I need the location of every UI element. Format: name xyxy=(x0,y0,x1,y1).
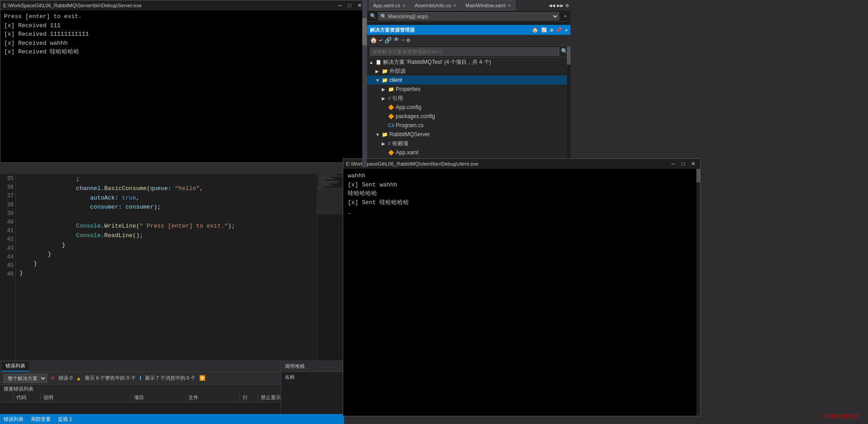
tree-row-7[interactable]: C# Program.cs xyxy=(367,121,571,130)
code-line-38: consumer: consumer); xyxy=(19,203,313,212)
tree-label-10: App.xaml xyxy=(396,149,418,156)
vertical-divider-scrollbar[interactable] xyxy=(362,0,367,167)
tree-row-1[interactable]: ▶ 📁 外部源 xyxy=(367,67,571,76)
se-tb-nav[interactable]: → xyxy=(401,37,405,43)
tree-row-9[interactable]: ▶ # 依赖项 xyxy=(367,139,571,148)
error-scope-select[interactable]: 整个解决方案 xyxy=(4,374,47,383)
code-line-39 xyxy=(19,212,313,222)
se-tb-refresh[interactable]: ↩ xyxy=(379,37,383,44)
tree-icon-10: 🔶 xyxy=(388,150,394,156)
client-line-1: wahhh xyxy=(348,172,695,181)
line-num-36: 36 xyxy=(2,183,14,192)
se-tb-config[interactable]: ⚙ xyxy=(407,37,410,44)
code-line-46 xyxy=(19,278,313,288)
code-line-42: } xyxy=(19,241,313,250)
se-search-input[interactable] xyxy=(370,48,559,56)
filter-icon[interactable]: 🔽 xyxy=(199,375,206,381)
client-console-scrollbar[interactable] xyxy=(696,169,700,416)
client-maximize-button[interactable]: □ xyxy=(679,161,687,167)
error-count: 错误 0 xyxy=(58,375,72,381)
code-line-37: autoAck: true, xyxy=(19,194,313,203)
client-minimize-button[interactable]: ─ xyxy=(669,161,677,167)
se-tb-preview[interactable]: 👁 xyxy=(393,37,399,43)
tree-label-3: Properties xyxy=(396,86,421,92)
se-tb-home[interactable]: 🏠 xyxy=(370,37,377,44)
tree-row-6[interactable]: 🔶 packages.config xyxy=(367,112,571,121)
tree-row-4[interactable]: ▶ # 引用 xyxy=(367,94,571,103)
server-console-buttons: ─ □ ✕ xyxy=(336,2,364,9)
tree-row-10[interactable]: 🔶 App.xaml xyxy=(367,148,571,157)
line-num-37: 37 xyxy=(2,192,14,200)
vs-tab-assemblyinfo[interactable]: AssemblyInfo.cs ✕ xyxy=(411,0,460,10)
callstack-name-label: 名称 xyxy=(281,372,344,382)
nav-class-select[interactable]: 🔍 Main(string[] args) xyxy=(378,12,559,20)
tree-label-4: 引用 xyxy=(392,95,403,102)
client-close-button[interactable]: ✕ xyxy=(689,161,697,167)
statusbar-locals[interactable]: 局部变量 xyxy=(31,416,51,423)
tree-row-2[interactable]: ▼ 📁 client xyxy=(367,76,571,85)
se-icon-pin[interactable]: 📌 xyxy=(556,27,562,33)
nav-plus-icon[interactable]: ＋ xyxy=(563,13,568,19)
server-console-title: E:\WorkSpaceGit\L06_RabbitMQ\Server\bin\… xyxy=(3,3,142,8)
line-num-44: 44 xyxy=(2,253,14,262)
se-icon-home[interactable]: 🏠 xyxy=(532,27,538,33)
se-icon-settings[interactable]: ⚙ xyxy=(550,27,553,33)
col-header-proj[interactable]: 项目 xyxy=(131,393,186,402)
code-line-43: } xyxy=(19,250,313,259)
tabs-scroll-left[interactable]: ◀◀ xyxy=(549,2,555,9)
col-header-code[interactable]: 代码 xyxy=(14,393,41,402)
warn-label: 展示 6 个警告中的 0 个 xyxy=(85,375,135,381)
se-title: 解决方案资源管理器 xyxy=(370,27,415,33)
vs-tab-app-xaml-cs[interactable]: App.xaml.cs ✕ xyxy=(369,0,410,10)
tree-row-3[interactable]: ▶ 📁 Properties xyxy=(367,85,571,94)
tree-arrow-5 xyxy=(382,104,388,110)
server-console-body: Press [enter] to exit. [x] Received 111 … xyxy=(0,10,366,162)
code-line-35: ; xyxy=(19,175,313,184)
col-header-file[interactable]: 文件 xyxy=(186,393,240,402)
line-num-40: 40 xyxy=(2,218,14,227)
tab-close-3[interactable]: ✕ xyxy=(508,3,511,8)
col-header-desc[interactable]: 说明 xyxy=(41,393,131,402)
vs-nav-bar: 🔍 🔍 Main(string[] args) ＋ xyxy=(367,11,571,22)
line-num-43: 43 xyxy=(2,244,14,253)
col-header-num xyxy=(0,393,14,402)
tree-indent-1 xyxy=(369,68,375,74)
minimap-highlight xyxy=(317,187,344,214)
tree-icon-4: # xyxy=(388,95,391,101)
line-num-39: 39 xyxy=(2,210,14,218)
tree-indent-9 xyxy=(369,140,382,147)
tree-icon-3: 📁 xyxy=(388,86,394,92)
se-icon-sync[interactable]: 🔄 xyxy=(541,27,547,33)
se-icon-close[interactable]: ✕ xyxy=(565,27,568,33)
tree-row-0[interactable]: ▲ 📋 解决方案 'RabbitMQTest' (4 个项目，共 4 个) xyxy=(367,57,571,67)
tree-indent-6 xyxy=(369,113,382,119)
tree-arrow-8: ▼ xyxy=(375,132,382,137)
tabs-scroll-right[interactable]: ▶▶ xyxy=(557,2,563,9)
error-list-tab[interactable]: 错误列表 xyxy=(2,362,29,372)
se-titlebar: 解决方案资源管理器 🏠 🔄 ⚙ 📌 ✕ xyxy=(367,25,571,35)
se-tb-filter[interactable]: 🔗 xyxy=(384,37,392,44)
tree-row-5[interactable]: 🔶 App.config xyxy=(367,103,571,112)
tree-icon-8: 📁 xyxy=(382,132,388,138)
tree-indent-3 xyxy=(369,86,382,92)
tree-row-8[interactable]: ▼ 📁 RabbitMQServer xyxy=(367,130,571,139)
csdn-watermark: CSDN·无形道行 xyxy=(822,413,861,420)
line-num-35: 35 xyxy=(2,175,14,183)
server-line-5: [x] Received 哇哈哈哈哈 xyxy=(4,48,363,57)
client-console-body: wahhh [x] Sent wahhh 哇哈哈哈哈 [x] Sent 哇哈哈哈… xyxy=(343,169,700,416)
server-line-3: [x] Received 11111111111 xyxy=(4,30,363,39)
col-header-line[interactable]: 行 xyxy=(240,393,258,402)
server-line-2: [x] Received 111 xyxy=(4,21,363,30)
server-maximize-button[interactable]: □ xyxy=(345,2,354,9)
tree-label-9: 依赖项 xyxy=(392,140,408,148)
tree-indent-7 xyxy=(369,122,382,129)
se-toolbar-icons: 🏠 🔄 ⚙ 📌 ✕ xyxy=(532,27,568,33)
vs-tab-mainwindow[interactable]: MainWindow.xaml ✕ xyxy=(461,0,515,10)
tab-close-2[interactable]: ✕ xyxy=(453,3,456,8)
tab-close-1[interactable]: ✕ xyxy=(402,3,406,8)
server-minimize-button[interactable]: ─ xyxy=(336,2,344,9)
tabs-settings[interactable]: ⚙ xyxy=(566,2,569,9)
statusbar-watch[interactable]: 监视 1 xyxy=(58,416,72,423)
vs-tabs-bar: App.xaml.cs ✕ AssemblyInfo.cs ✕ MainWind… xyxy=(367,0,571,11)
statusbar-error-list[interactable]: 错误列表 xyxy=(4,416,24,423)
